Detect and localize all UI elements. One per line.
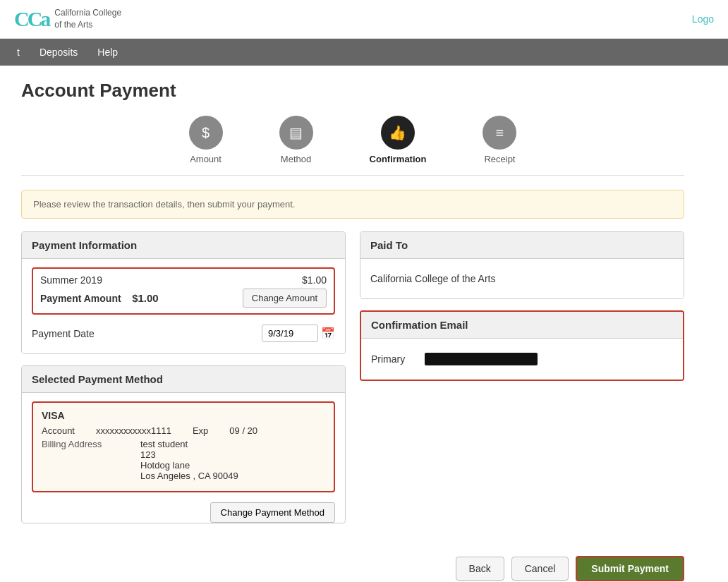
- nav-item-help[interactable]: Help: [87, 39, 128, 66]
- step-confirmation-label: Confirmation: [370, 154, 427, 164]
- billing-label: Billing Address: [42, 439, 119, 481]
- payment-amount-value: $1.00: [132, 292, 159, 304]
- page-header: CCa California College of the Arts Logo: [0, 0, 728, 39]
- billing-name: test student: [140, 439, 238, 449]
- payment-info-body: Summer 2019 $1.00 Payment Amount $1.00 C…: [22, 259, 345, 353]
- step-amount[interactable]: $ Amount: [189, 116, 223, 164]
- summer-amount: $1.00: [302, 274, 327, 286]
- primary-label: Primary: [371, 353, 413, 365]
- step-method-label: Method: [281, 154, 311, 164]
- nav-item-deposits[interactable]: Deposits: [30, 39, 87, 66]
- payment-amount-row: Payment Amount $1.00 Change Amount: [40, 289, 327, 308]
- notice-banner: Please review the transaction details, t…: [21, 190, 684, 219]
- method-icon: ▤: [279, 116, 313, 150]
- logout-link[interactable]: Logo: [692, 13, 714, 25]
- step-method[interactable]: ▤ Method: [279, 116, 313, 164]
- date-input-wrap: 📅: [262, 325, 335, 342]
- primary-email-row: Primary: [371, 347, 673, 371]
- payment-amount-section: Summer 2019 $1.00 Payment Amount $1.00 C…: [32, 267, 335, 315]
- receipt-icon: ≡: [483, 116, 516, 150]
- exp-value: 09 / 20: [229, 425, 257, 436]
- nav-item-account[interactable]: t: [7, 39, 30, 66]
- date-row: Payment Date 📅: [32, 319, 335, 345]
- submit-payment-button[interactable]: Submit Payment: [576, 556, 684, 581]
- account-label: Account: [42, 425, 75, 436]
- logo-area: CCa California College of the Arts: [14, 7, 121, 31]
- account-value: xxxxxxxxxxxx1111: [96, 425, 171, 436]
- col-right: Paid To California College of the Arts C…: [360, 231, 684, 535]
- step-receipt[interactable]: ≡ Receipt: [483, 116, 516, 164]
- payment-date-label: Payment Date: [32, 328, 95, 339]
- page-title: Account Payment: [21, 80, 684, 102]
- main-content: Account Payment $ Amount ▤ Method 👍 Conf…: [0, 66, 705, 582]
- confirmation-email-header: Confirmation Email: [361, 312, 683, 339]
- exp-label: Exp: [193, 425, 208, 436]
- action-bar: Back Cancel Submit Payment: [21, 549, 684, 581]
- amount-icon: $: [189, 116, 223, 150]
- col-left: Payment Information Summer 2019 $1.00 Pa…: [21, 231, 346, 535]
- billing-row: Billing Address test student 123 Hotdog …: [42, 439, 325, 481]
- account-row: Account xxxxxxxxxxxx1111 Exp 09 / 20: [42, 425, 325, 436]
- payment-method-card: Selected Payment Method VISA Account xxx…: [21, 365, 346, 523]
- email-redacted: [425, 353, 538, 365]
- paid-to-card: Paid To California College of the Arts: [360, 231, 684, 299]
- payment-info-header: Payment Information: [22, 232, 345, 259]
- billing-address: test student 123 Hotdog lane Los Angeles…: [140, 439, 238, 481]
- paid-to-header: Paid To: [360, 232, 684, 259]
- payment-method-body: VISA Account xxxxxxxxxxxx1111 Exp 09 / 2…: [22, 393, 345, 508]
- visa-title: VISA: [42, 410, 325, 421]
- confirmation-email-card: Confirmation Email Primary: [360, 310, 684, 381]
- paid-to-value: California College of the Arts: [370, 267, 674, 290]
- step-receipt-label: Receipt: [484, 154, 515, 164]
- step-amount-label: Amount: [190, 154, 222, 164]
- visa-card: VISA Account xxxxxxxxxxxx1111 Exp 09 / 2…: [32, 401, 335, 492]
- change-payment-button[interactable]: Change Payment Method: [210, 502, 335, 523]
- logo-icon: CCa: [14, 7, 49, 31]
- payment-amount-label: Payment Amount: [40, 293, 121, 304]
- confirmation-email-body: Primary: [361, 339, 683, 380]
- nav-bar: t Deposits Help: [0, 39, 728, 66]
- payment-info-card: Payment Information Summer 2019 $1.00 Pa…: [21, 231, 346, 354]
- change-amount-button[interactable]: Change Amount: [243, 289, 327, 308]
- summer-label: Summer 2019: [40, 274, 102, 286]
- back-button[interactable]: Back: [456, 557, 504, 581]
- calendar-icon[interactable]: 📅: [321, 327, 335, 340]
- paid-to-body: California College of the Arts: [360, 259, 684, 298]
- payment-amount-left: Payment Amount $1.00: [40, 292, 159, 304]
- date-input[interactable]: [262, 325, 318, 342]
- billing-addr1: 123: [140, 449, 238, 460]
- logo-text: California College of the Arts: [54, 7, 121, 31]
- step-confirmation[interactable]: 👍 Confirmation: [370, 116, 427, 164]
- steps-container: $ Amount ▤ Method 👍 Confirmation ≡ Recei…: [21, 116, 684, 176]
- billing-addr2: Hotdog lane: [140, 460, 238, 471]
- cancel-button[interactable]: Cancel: [511, 557, 569, 581]
- billing-addr3: Los Angeles , CA 90049: [140, 471, 238, 481]
- confirmation-icon: 👍: [381, 116, 415, 150]
- two-col-layout: Payment Information Summer 2019 $1.00 Pa…: [21, 231, 684, 535]
- payment-method-header: Selected Payment Method: [22, 366, 345, 393]
- summer-row: Summer 2019 $1.00: [40, 274, 327, 286]
